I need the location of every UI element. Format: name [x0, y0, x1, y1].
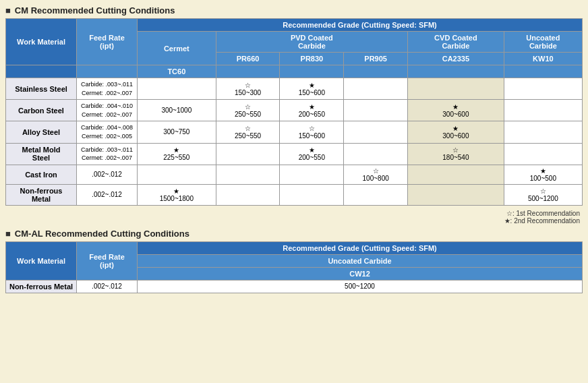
col-work-material: Work Material: [6, 19, 77, 65]
material-nonferrous: Non-ferrousMetal: [6, 184, 77, 205]
ca2335-mold: ☆180~540: [408, 143, 504, 165]
feed-nonferrous: .002~.012: [77, 184, 138, 205]
pr660-stainless: ☆150~300: [216, 78, 280, 100]
ca2335-sub: [408, 65, 504, 78]
pr905-nonferrous: [344, 184, 408, 205]
cw12-nonferrous: 500~1200: [138, 280, 583, 293]
feed-carbon: Carbide: .004~.010Cermet: .002~.007: [77, 100, 138, 121]
material2-nonferrous: Non-ferrous Metal: [6, 280, 77, 293]
kw10-cast: ★100~500: [504, 165, 582, 184]
tc60-alloy: 300~750: [138, 121, 216, 143]
col-feed-rate: Feed Rate(ipt): [77, 19, 138, 65]
work-material-sub: [6, 65, 77, 78]
kw10-mold: [504, 143, 582, 165]
ca2335-header: CA2335: [408, 53, 504, 65]
cm-al-table: Work Material Feed Rate(ipt) Recommended…: [5, 241, 583, 293]
ca2335-stainless: [408, 78, 504, 100]
feed-stainless: Carbide: .003~.011Cermet: .002~.007: [77, 78, 138, 100]
col2-feed-rate: Feed Rate(ipt): [77, 241, 138, 280]
feed-rate-sub: [77, 65, 138, 78]
pr660-cast: [216, 165, 280, 184]
tc60-header: TC60: [138, 65, 216, 78]
pr660-nonferrous: [216, 184, 280, 205]
pr660-sub: [216, 65, 280, 78]
legend: ☆: 1st Recommendation ★: 2nd Recommendat…: [5, 210, 583, 225]
pr905-header: PR905: [344, 53, 408, 65]
pr905-alloy: [344, 121, 408, 143]
col2-work-material: Work Material: [6, 241, 77, 280]
pr830-header: PR830: [280, 53, 344, 65]
ca2335-cast: [408, 165, 504, 184]
pr905-mold: [344, 143, 408, 165]
material-mold: Metal MoldSteel: [6, 143, 77, 165]
pr830-stainless: ★150~600: [280, 78, 344, 100]
cermet-header: Cermet: [138, 32, 216, 65]
pr830-carbon: ★200~650: [280, 100, 344, 121]
uncoated-header: UncoatedCarbide: [504, 32, 582, 53]
kw10-nonferrous: ☆500~1200: [504, 184, 582, 205]
table-row: Non-ferrousMetal .002~.012 ★1500~1800 ☆5…: [6, 184, 583, 205]
material-stainless: Stainless Steel: [6, 78, 77, 100]
pr830-cast: [280, 165, 344, 184]
pvd-header: PVD CoatedCarbide: [216, 32, 407, 53]
pr660-alloy: ☆250~550: [216, 121, 280, 143]
table-row: Non-ferrous Metal .002~.012 500~1200: [6, 280, 583, 293]
kw10-alloy: [504, 121, 582, 143]
pr830-alloy: ☆150~600: [280, 121, 344, 143]
pr830-nonferrous: [280, 184, 344, 205]
tc60-cast: [138, 165, 216, 184]
table-row: Carbon Steel Carbide: .004~.010Cermet: .…: [6, 100, 583, 121]
tc60-nonferrous: ★1500~1800: [138, 184, 216, 205]
material-carbon: Carbon Steel: [6, 100, 77, 121]
recommended-grade-header: Recommended Grade (Cutting Speed: SFM): [138, 19, 583, 32]
ca2335-alloy: ★300~600: [408, 121, 504, 143]
feed-cast: .002~.012: [77, 165, 138, 184]
section2-title: CM-AL Recommended Cutting Conditions: [5, 229, 583, 239]
ca2335-carbon: ★300~600: [408, 100, 504, 121]
pr905-carbon: [344, 100, 408, 121]
pr905-sub: [344, 65, 408, 78]
cvd-header: CVD CoatedCarbide: [408, 32, 504, 53]
table-row: Alloy Steel Carbide: .004~.008Cermet: .0…: [6, 121, 583, 143]
table-row: Cast Iron .002~.012 ☆100~800 ★100~500: [6, 165, 583, 184]
kw10-header: KW10: [504, 53, 582, 65]
pr905-cast: ☆100~800: [344, 165, 408, 184]
pr660-mold: [216, 143, 280, 165]
kw10-stainless: [504, 78, 582, 100]
pr830-mold: ★200~550: [280, 143, 344, 165]
table-row: Stainless Steel Carbide: .003~.011Cermet…: [6, 78, 583, 100]
pr660-header: PR660: [216, 53, 280, 65]
pr905-stainless: [344, 78, 408, 100]
feed-alloy: Carbide: .004~.008Cermet: .002~.005: [77, 121, 138, 143]
feed-mold: Carbide: .003~.011Cermet: .002~.007: [77, 143, 138, 165]
uncoated-carbide-header2: Uncoated Carbide: [138, 254, 583, 267]
section1-title: CM Recommended Cutting Conditions: [5, 5, 583, 16]
cw12-header: CW12: [138, 267, 583, 280]
recommended-grade-header2: Recommended Grade (Cutting Speed: SFM): [138, 241, 583, 254]
kw10-carbon: [504, 100, 582, 121]
kw10-sub: [504, 65, 582, 78]
pr660-carbon: ☆250~550: [216, 100, 280, 121]
tc60-carbon: 300~1000: [138, 100, 216, 121]
pr830-sub: [280, 65, 344, 78]
cm-table: Work Material Feed Rate(ipt) Recommended…: [5, 18, 583, 206]
ca2335-nonferrous: [408, 184, 504, 205]
feed2-nonferrous: .002~.012: [77, 280, 138, 293]
tc60-stainless: [138, 78, 216, 100]
tc60-mold: ★225~550: [138, 143, 216, 165]
table-row: Metal MoldSteel Carbide: .003~.011Cermet…: [6, 143, 583, 165]
material-cast: Cast Iron: [6, 165, 77, 184]
material-alloy: Alloy Steel: [6, 121, 77, 143]
